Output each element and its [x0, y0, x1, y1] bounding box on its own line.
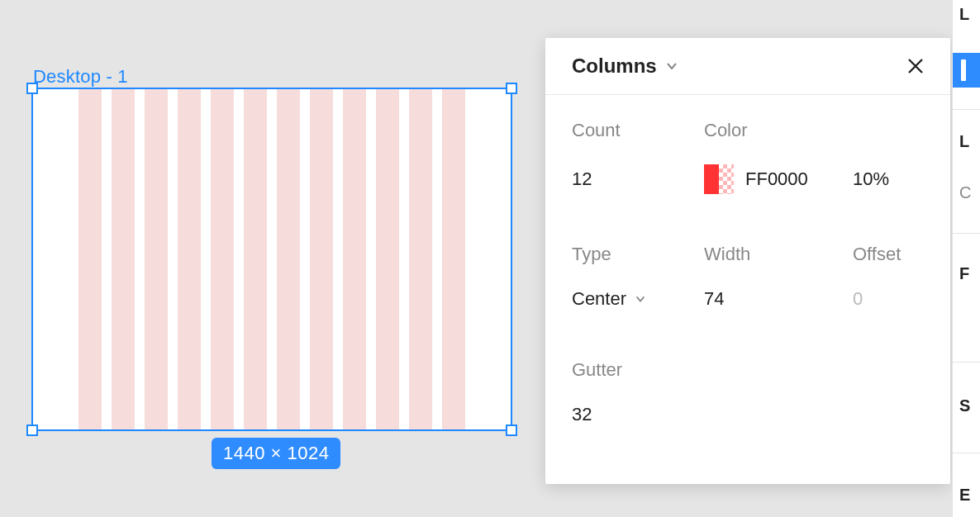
chevron-down-icon [635, 293, 646, 305]
sidebar-selected-item[interactable] [953, 53, 980, 88]
sidebar-divider [953, 109, 980, 110]
selected-frame[interactable] [31, 88, 512, 431]
grid-column [178, 89, 201, 429]
count-input[interactable]: 12 [572, 168, 696, 190]
color-swatch[interactable] [704, 164, 734, 194]
grid-column [145, 89, 168, 429]
resize-handle-bottom-left[interactable] [26, 425, 38, 436]
frame-dimensions-badge: 1440 × 1024 [212, 438, 340, 469]
offset-input[interactable]: 0 [853, 288, 952, 310]
layout-grid-settings-panel: Columns Count Color 12 FF0000 10% Type [545, 38, 950, 484]
sidebar-section-letter[interactable]: F [953, 264, 980, 283]
sidebar-divider [953, 453, 980, 453]
panel-body: Count Color 12 FF0000 10% Type Width Off… [545, 95, 950, 434]
sidebar-section-letter[interactable]: C [953, 183, 980, 202]
color-swatch-alpha-icon [719, 164, 734, 194]
columns-icon [961, 59, 966, 81]
close-icon [906, 56, 925, 76]
type-dropdown[interactable]: Center [572, 288, 696, 310]
grid-column [277, 89, 300, 429]
layout-grid-overlay [33, 89, 511, 429]
gutter-label: Gutter [572, 359, 696, 381]
resize-handle-top-left[interactable] [26, 83, 38, 94]
grid-column [310, 89, 333, 429]
grid-column [211, 89, 234, 429]
sidebar-section-letter[interactable]: L [953, 5, 980, 24]
width-input[interactable]: 74 [704, 288, 844, 310]
grid-column [112, 89, 135, 429]
offset-label: Offset [853, 244, 952, 265]
type-value: Center [572, 288, 626, 310]
gutter-input[interactable]: 32 [572, 404, 696, 425]
close-button[interactable] [904, 55, 927, 78]
grid-column [343, 89, 366, 429]
chevron-down-icon[interactable] [665, 59, 678, 73]
grid-column [442, 89, 465, 429]
sidebar-section-letter[interactable]: S [953, 396, 980, 415]
color-opacity-input[interactable]: 10% [853, 168, 952, 190]
resize-handle-top-right[interactable] [506, 83, 517, 94]
count-label: Count [572, 120, 696, 141]
sidebar-divider [953, 233, 980, 234]
panel-header: Columns [545, 38, 950, 95]
color-label: Color [704, 120, 844, 141]
resize-handle-bottom-right[interactable] [506, 425, 517, 436]
properties-sidebar: L L C F S E [952, 0, 980, 517]
color-swatch-solid [704, 164, 719, 194]
grid-column [409, 89, 432, 429]
width-label: Width [704, 244, 844, 265]
grid-column [244, 89, 267, 429]
frame-label[interactable]: Desktop - 1 [33, 66, 128, 88]
color-hex-input[interactable]: FF0000 [745, 168, 808, 190]
sidebar-section-letter[interactable]: E [953, 486, 980, 505]
sidebar-divider [953, 362, 980, 363]
panel-title-dropdown[interactable]: Columns [572, 55, 657, 78]
sidebar-section-letter[interactable]: L [953, 132, 980, 151]
grid-column [376, 89, 399, 429]
type-label: Type [572, 244, 696, 265]
grid-column [78, 89, 102, 429]
